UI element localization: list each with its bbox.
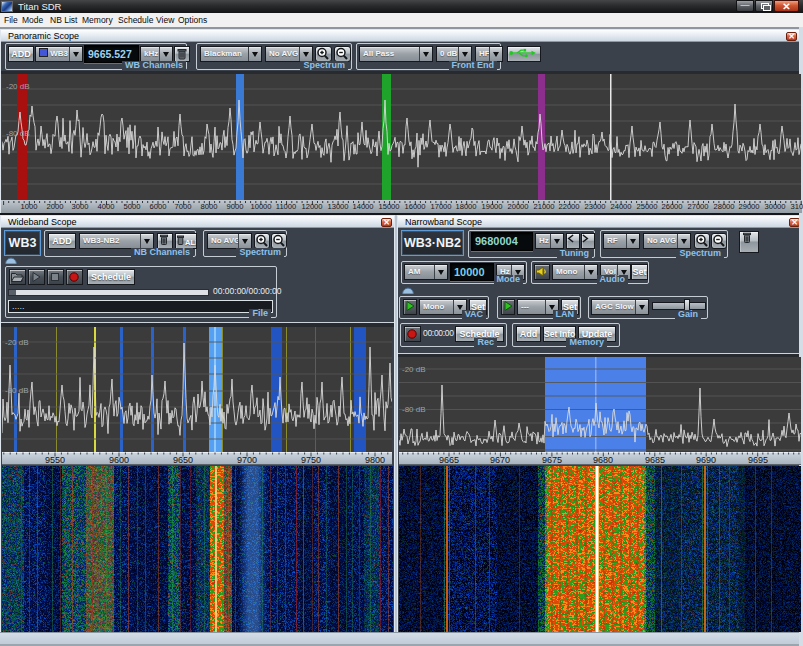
svg-text:9695: 9695	[748, 455, 768, 465]
svg-text:26000: 26000	[661, 202, 682, 211]
svg-text:7000: 7000	[175, 202, 192, 211]
svg-text:17000: 17000	[430, 202, 451, 211]
svg-text:9665: 9665	[439, 455, 459, 465]
svg-text:1000: 1000	[21, 202, 38, 211]
svg-text:12000: 12000	[301, 202, 322, 211]
svg-text:9675: 9675	[542, 455, 562, 465]
svg-text:15000: 15000	[378, 202, 399, 211]
svg-text:-20 dB: -20 dB	[5, 338, 29, 347]
svg-text:27000: 27000	[687, 202, 708, 211]
svg-text:-80 dB: -80 dB	[6, 129, 30, 138]
svg-text:16000: 16000	[404, 202, 425, 211]
svg-text:9550: 9550	[45, 455, 65, 465]
svg-text:-20 dB: -20 dB	[402, 365, 426, 374]
svg-text:9800: 9800	[365, 455, 385, 465]
svg-text:9690: 9690	[696, 455, 716, 465]
svg-text:-80 dB: -80 dB	[5, 386, 29, 395]
svg-text:14000: 14000	[352, 202, 373, 211]
svg-text:9750: 9750	[301, 455, 321, 465]
svg-text:9680: 9680	[593, 455, 613, 465]
svg-text:6000: 6000	[150, 202, 167, 211]
svg-text:30000: 30000	[764, 202, 785, 211]
svg-text:-20 dB: -20 dB	[6, 82, 30, 91]
svg-text:21000: 21000	[533, 202, 554, 211]
svg-text:9700: 9700	[237, 455, 257, 465]
svg-text:31000: 31000	[790, 202, 803, 211]
svg-text:8000: 8000	[201, 202, 218, 211]
svg-text:2000: 2000	[47, 202, 64, 211]
svg-text:9600: 9600	[109, 455, 129, 465]
svg-text:9670: 9670	[490, 455, 510, 465]
svg-text:10000: 10000	[250, 202, 271, 211]
svg-text:5000: 5000	[124, 202, 141, 211]
svg-text:11000: 11000	[276, 202, 297, 211]
svg-text:23000: 23000	[584, 202, 605, 211]
svg-text:18000: 18000	[455, 202, 476, 211]
svg-text:24000: 24000	[610, 202, 631, 211]
svg-text:13000: 13000	[327, 202, 348, 211]
svg-text:-80 dB: -80 dB	[402, 405, 426, 414]
svg-text:29000: 29000	[738, 202, 759, 211]
svg-text:9000: 9000	[227, 202, 244, 211]
svg-text:20000: 20000	[507, 202, 528, 211]
svg-text:9685: 9685	[645, 455, 665, 465]
svg-text:3000: 3000	[72, 202, 89, 211]
svg-text:9650: 9650	[173, 455, 193, 465]
svg-text:19000: 19000	[481, 202, 502, 211]
svg-text:4000: 4000	[98, 202, 115, 211]
svg-text:25000: 25000	[636, 202, 657, 211]
svg-text:28000: 28000	[713, 202, 734, 211]
svg-text:22000: 22000	[558, 202, 579, 211]
